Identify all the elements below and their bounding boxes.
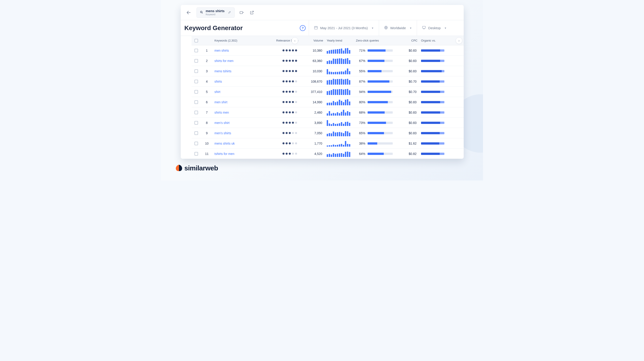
volume-value: 3,890 bbox=[300, 121, 325, 124]
volume-value: 10,380 bbox=[300, 49, 325, 52]
select-all-checkbox[interactable] bbox=[194, 39, 198, 42]
keyword-link[interactable]: shirts bbox=[214, 80, 222, 83]
row-checkbox[interactable] bbox=[194, 80, 198, 83]
row-checkbox[interactable] bbox=[194, 90, 198, 94]
keyword-link[interactable]: mens tshirts bbox=[214, 69, 231, 73]
region-filter[interactable]: Worldwide ▼ bbox=[379, 20, 417, 36]
volume-value: 1,770 bbox=[300, 142, 325, 145]
svg-line-2 bbox=[202, 12, 202, 13]
keyword-link[interactable]: men shirt bbox=[214, 100, 228, 104]
edit-search-icon[interactable] bbox=[228, 10, 231, 14]
similarweb-icon bbox=[176, 165, 182, 171]
svg-rect-11 bbox=[422, 26, 426, 28]
zero-click-bar: 38% bbox=[356, 142, 393, 145]
keyword-link[interactable]: shirts for men bbox=[214, 59, 234, 63]
organic-vs-paid-bar bbox=[421, 91, 444, 93]
organic-vs-paid-bar bbox=[421, 50, 444, 52]
keyword-link[interactable]: tshirts for men bbox=[214, 152, 234, 156]
col-organic[interactable]: Organic vs. bbox=[419, 39, 446, 42]
organic-vs-paid-bar bbox=[421, 60, 444, 62]
row-checkbox[interactable] bbox=[194, 131, 198, 135]
volume-value: 10,030 bbox=[300, 69, 325, 73]
cpc-value: $0.83 bbox=[394, 111, 419, 114]
page-title: Keyword Generator bbox=[184, 24, 243, 32]
row-checkbox[interactable] bbox=[194, 59, 198, 63]
help-button[interactable]: ? bbox=[300, 25, 306, 31]
organic-vs-paid-bar bbox=[421, 132, 444, 134]
region-label: Worldwide bbox=[390, 26, 406, 30]
relevance-score bbox=[270, 153, 298, 155]
cpc-value: $0.83 bbox=[394, 121, 419, 124]
desktop-icon bbox=[422, 26, 426, 30]
yearly-trend-sparkline bbox=[327, 58, 352, 64]
yearly-trend-sparkline bbox=[327, 78, 352, 85]
app-card: mens shirts Keyword Keyword Generator ? bbox=[181, 5, 464, 159]
keyword-link[interactable]: men's shirts bbox=[214, 131, 231, 135]
col-keywords[interactable]: Keywords (2,302) bbox=[213, 39, 269, 42]
yearly-trend-sparkline bbox=[327, 130, 352, 136]
volume-value: 14,990 bbox=[300, 100, 325, 104]
keyword-link[interactable]: mens shirts uk bbox=[214, 142, 235, 145]
keyword-link[interactable]: men's shirt bbox=[214, 121, 230, 124]
top-bar: mens shirts Keyword bbox=[181, 5, 464, 20]
open-external-button[interactable] bbox=[248, 9, 255, 16]
yearly-trend-sparkline bbox=[327, 68, 352, 74]
row-checkbox[interactable] bbox=[194, 142, 198, 145]
col-zero-click[interactable]: Zero-click queries bbox=[354, 39, 394, 42]
relevance-score bbox=[270, 111, 298, 113]
row-checkbox[interactable] bbox=[194, 69, 198, 73]
add-to-list-button[interactable] bbox=[238, 9, 245, 16]
keyword-search-chip[interactable]: mens shirts Keyword bbox=[196, 8, 235, 18]
search-icon bbox=[200, 10, 204, 14]
brand-label: similarweb bbox=[184, 164, 218, 172]
cpc-value: $0.70 bbox=[394, 90, 419, 94]
zero-click-bar: 80% bbox=[356, 100, 393, 104]
title-row: Keyword Generator ? May 2021 - Jul 2021 … bbox=[181, 20, 464, 36]
col-volume[interactable]: Volume bbox=[300, 39, 325, 42]
yearly-trend-sparkline bbox=[327, 151, 352, 157]
cpc-value: $0.83 bbox=[394, 49, 419, 52]
svg-rect-3 bbox=[240, 12, 243, 14]
keyword-link[interactable]: shirt bbox=[214, 90, 220, 94]
keyword-link[interactable]: shirts men bbox=[214, 111, 229, 114]
search-term: mens shirts bbox=[206, 9, 224, 13]
svg-rect-6 bbox=[314, 26, 318, 29]
organic-vs-paid-bar bbox=[421, 142, 444, 144]
row-index: 2 bbox=[201, 59, 213, 63]
row-index: 7 bbox=[201, 111, 213, 114]
row-index: 3 bbox=[201, 69, 213, 73]
organic-vs-paid-bar bbox=[421, 70, 444, 72]
keyword-link[interactable]: men shirts bbox=[214, 49, 229, 52]
relevance-score bbox=[270, 60, 298, 62]
row-checkbox[interactable] bbox=[194, 49, 198, 52]
zero-click-bar: 68% bbox=[356, 111, 393, 114]
organic-vs-paid-bar bbox=[421, 122, 444, 124]
yearly-trend-sparkline bbox=[327, 120, 352, 126]
cpc-value: $1.62 bbox=[394, 142, 419, 145]
chevron-down-icon: ▼ bbox=[409, 27, 412, 30]
date-range-filter[interactable]: May 2021 - Jul 2021 (3 Months) ▼ bbox=[309, 20, 379, 36]
volume-value: 7,050 bbox=[300, 131, 325, 135]
row-index: 6 bbox=[201, 100, 213, 104]
row-checkbox[interactable] bbox=[194, 111, 198, 114]
zero-click-bar: 67% bbox=[356, 59, 393, 63]
yearly-trend-sparkline bbox=[327, 109, 352, 116]
back-button[interactable] bbox=[184, 8, 193, 17]
scroll-right-button[interactable]: › bbox=[456, 37, 462, 44]
row-checkbox[interactable] bbox=[194, 100, 198, 104]
date-range-label: May 2021 - Jul 2021 (3 Months) bbox=[320, 26, 368, 30]
table-row: 6men shirt14,99080%$0.83 bbox=[192, 97, 464, 107]
row-checkbox[interactable] bbox=[194, 152, 198, 156]
scroll-left-button[interactable]: ‹ bbox=[292, 37, 298, 44]
col-trend[interactable]: Yearly trend bbox=[325, 39, 354, 42]
device-filter[interactable]: Desktop ▼ bbox=[417, 20, 452, 36]
relevance-score bbox=[270, 50, 298, 52]
col-cpc[interactable]: CPC bbox=[394, 39, 419, 42]
row-index: 8 bbox=[201, 121, 213, 124]
table-row: 11tshirts for men4,52064%$0.82 bbox=[192, 148, 464, 159]
yearly-trend-sparkline bbox=[327, 89, 352, 95]
row-checkbox[interactable] bbox=[194, 121, 198, 124]
yearly-trend-sparkline bbox=[327, 99, 352, 105]
globe-icon bbox=[384, 26, 388, 30]
chevron-down-icon: ▼ bbox=[444, 27, 446, 30]
